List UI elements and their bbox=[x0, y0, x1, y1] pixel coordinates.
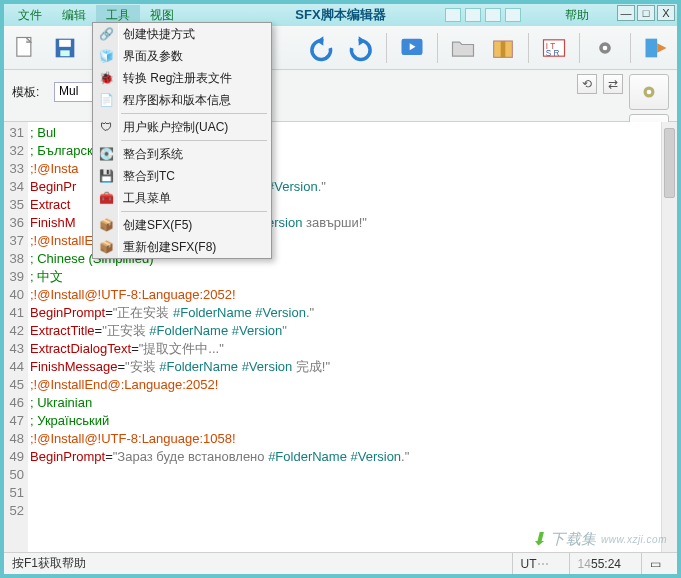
status-doc-icon: ▭ bbox=[641, 553, 669, 574]
settings-gear-button[interactable] bbox=[588, 31, 622, 65]
tools-menu-item-7[interactable]: 🧰工具菜单 bbox=[93, 187, 271, 209]
scroll-thumb[interactable] bbox=[664, 128, 675, 198]
menu-item-label: 创建SFX(F5) bbox=[123, 217, 192, 234]
titlebar-btn-3[interactable] bbox=[485, 8, 501, 22]
tools-menu-item-5[interactable]: 💽整合到系统 bbox=[93, 143, 271, 165]
undo-button[interactable] bbox=[304, 31, 338, 65]
menu-item-label: 整合到系统 bbox=[123, 146, 183, 163]
svg-rect-2 bbox=[59, 39, 71, 46]
tools-menu-item-1[interactable]: 🧊界面及参数 bbox=[93, 45, 271, 67]
menu-item-label: 工具菜单 bbox=[123, 190, 171, 207]
minimize-button[interactable]: — bbox=[617, 5, 635, 21]
svg-rect-18 bbox=[646, 38, 658, 57]
tools-menu-item-4[interactable]: 🛡用户账户控制(UAC) bbox=[93, 116, 271, 138]
watermark: ⬇ 下载集 www.xzji.com bbox=[531, 528, 667, 550]
menu-icon: 💽 bbox=[97, 145, 115, 163]
its-button[interactable]: I TS R bbox=[537, 31, 571, 65]
tools-menu-item-8[interactable]: 📦创建SFX(F5) bbox=[93, 214, 271, 236]
tools-menu-item-9[interactable]: 📦重新创建SFX(F8) bbox=[93, 236, 271, 258]
tools-menu-item-0[interactable]: 🔗创建快捷方式 bbox=[93, 23, 271, 45]
settings-button[interactable] bbox=[629, 74, 669, 110]
tools-menu-item-2[interactable]: 🐞转换 Reg注册表文件 bbox=[93, 67, 271, 89]
titlebar-btn-1[interactable] bbox=[445, 8, 461, 22]
watermark-text: 下载集 bbox=[550, 530, 597, 549]
new-button[interactable] bbox=[8, 31, 42, 65]
status-hint: 按F1获取帮助 bbox=[12, 555, 86, 572]
vertical-scrollbar[interactable] bbox=[661, 122, 677, 552]
template-label: 模板: bbox=[12, 84, 48, 101]
menu-icon: 🛡 bbox=[97, 118, 115, 136]
menu-item-label: 程序图标和版本信息 bbox=[123, 92, 231, 109]
save-button[interactable] bbox=[48, 31, 82, 65]
svg-text:S R: S R bbox=[546, 49, 560, 58]
menu-icon: 💾 bbox=[97, 167, 115, 185]
menu-icon: 🧰 bbox=[97, 189, 115, 207]
reload-button[interactable]: ⟲ bbox=[577, 74, 597, 94]
exit-button[interactable] bbox=[639, 31, 673, 65]
tools-menu-item-6[interactable]: 💾整合到TC bbox=[93, 165, 271, 187]
menu-item-label: 用户账户控制(UAC) bbox=[123, 119, 228, 136]
archive-button[interactable] bbox=[486, 31, 520, 65]
menu-icon: 🔗 bbox=[97, 25, 115, 43]
svg-rect-12 bbox=[501, 41, 506, 57]
close-button[interactable]: X bbox=[657, 5, 675, 21]
menu-item-label: 界面及参数 bbox=[123, 48, 183, 65]
menu-item-label: 创建快捷方式 bbox=[123, 26, 195, 43]
status-time: 1455:24 bbox=[569, 553, 629, 574]
menu-separator bbox=[121, 211, 267, 212]
watermark-site: www.xzji.com bbox=[601, 534, 667, 545]
tools-menu: 🔗创建快捷方式🧊界面及参数🐞转换 Reg注册表文件📄程序图标和版本信息🛡用户账户… bbox=[92, 22, 272, 259]
menu-icon: 📄 bbox=[97, 91, 115, 109]
svg-point-21 bbox=[647, 90, 652, 95]
titlebar-btn-4[interactable] bbox=[505, 8, 521, 22]
menu-item-label: 整合到TC bbox=[123, 168, 175, 185]
window-title: SFX脚本编辑器 bbox=[295, 6, 385, 24]
svg-marker-19 bbox=[657, 43, 666, 52]
redo-button[interactable] bbox=[344, 31, 378, 65]
maximize-button[interactable]: □ bbox=[637, 5, 655, 21]
open-folder-button[interactable] bbox=[446, 31, 480, 65]
run-button[interactable] bbox=[395, 31, 429, 65]
svg-point-17 bbox=[603, 45, 608, 50]
refresh-button[interactable]: ⇄ bbox=[603, 74, 623, 94]
menu-file[interactable]: 文件 bbox=[8, 5, 52, 26]
menu-item-label: 重新创建SFX(F8) bbox=[123, 239, 216, 256]
menu-icon: 📦 bbox=[97, 238, 115, 256]
menu-icon: 🐞 bbox=[97, 69, 115, 87]
menu-separator bbox=[121, 113, 267, 114]
gutter: 3132333435363738394041424344454647484950… bbox=[4, 122, 28, 552]
svg-rect-3 bbox=[60, 50, 69, 56]
tools-menu-item-3[interactable]: 📄程序图标和版本信息 bbox=[93, 89, 271, 111]
download-arrow-icon: ⬇ bbox=[531, 528, 547, 550]
titlebar-btn-2[interactable] bbox=[465, 8, 481, 22]
status-encoding: UT⋯ bbox=[512, 553, 557, 574]
menu-separator bbox=[121, 140, 267, 141]
menu-icon: 📦 bbox=[97, 216, 115, 234]
menu-item-label: 转换 Reg注册表文件 bbox=[123, 70, 232, 87]
svg-marker-7 bbox=[316, 36, 323, 45]
status-bar: 按F1获取帮助 UT⋯ 1455:24 ▭ bbox=[4, 552, 677, 574]
menu-icon: 🧊 bbox=[97, 47, 115, 65]
menu-help[interactable]: 帮助 bbox=[555, 5, 599, 26]
menu-edit[interactable]: 编辑 bbox=[52, 5, 96, 26]
svg-marker-8 bbox=[359, 36, 366, 45]
